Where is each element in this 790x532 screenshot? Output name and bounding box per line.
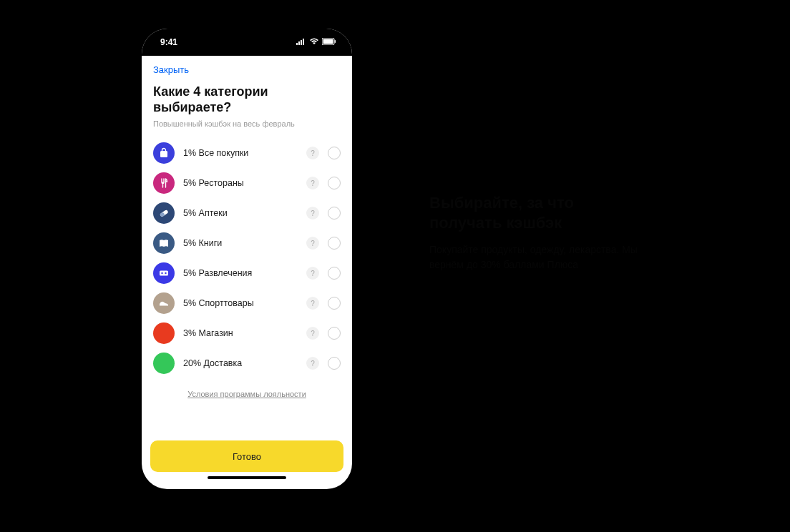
fork-icon: [153, 172, 175, 194]
category-label: 5% Аптеки: [183, 208, 298, 218]
svg-rect-1: [298, 41, 300, 45]
phone-notch: [197, 29, 297, 49]
category-radio[interactable]: [328, 357, 341, 370]
terms-link[interactable]: Условия программы лояльности: [187, 390, 306, 398]
category-radio[interactable]: [328, 207, 341, 220]
bag-icon: [153, 142, 175, 164]
phone-screen: 9:41 Закрыть Какие 4 категории выбираете…: [142, 29, 352, 489]
category-item[interactable]: 1% Все покупки?: [153, 138, 341, 168]
category-item[interactable]: 5% Рестораны?: [153, 168, 341, 198]
signal-icon: [296, 37, 306, 47]
help-icon[interactable]: ?: [306, 327, 319, 340]
none-icon: [153, 322, 175, 344]
svg-rect-7: [160, 151, 167, 157]
svg-rect-10: [160, 271, 168, 276]
status-time: 9:41: [160, 37, 177, 47]
svg-rect-0: [296, 43, 298, 45]
category-label: 20% Доставка: [183, 358, 298, 368]
svg-point-12: [165, 272, 166, 274]
category-label: 5% Спорттовары: [183, 298, 298, 308]
category-radio[interactable]: [328, 327, 341, 340]
svg-rect-3: [303, 39, 304, 45]
help-icon[interactable]: ?: [306, 237, 319, 250]
pill-icon: [153, 202, 175, 224]
category-label: 5% Рестораны: [183, 178, 298, 188]
svg-rect-6: [335, 40, 336, 43]
help-icon[interactable]: ?: [306, 357, 319, 370]
help-icon[interactable]: ?: [306, 297, 319, 310]
promo-block: Выбирайте, за что получать кэшбэк Покупа…: [429, 193, 644, 272]
battery-icon: [322, 37, 336, 47]
category-item[interactable]: 5% Книги?: [153, 228, 341, 258]
promo-heading: Выбирайте, за что получать кэшбэк: [429, 193, 644, 232]
help-icon[interactable]: ?: [306, 267, 319, 280]
footer: Готово: [142, 440, 352, 489]
category-item[interactable]: 20% Доставка?: [153, 348, 341, 378]
category-radio[interactable]: [328, 297, 341, 310]
help-icon[interactable]: ?: [306, 147, 319, 159]
category-label: 1% Все покупки: [183, 148, 298, 158]
svg-point-11: [161, 272, 162, 274]
category-label: 3% Магазин: [183, 328, 298, 338]
category-label: 5% Книги: [183, 238, 298, 248]
category-radio[interactable]: [328, 177, 341, 189]
category-item[interactable]: 5% Развлечения?: [153, 258, 341, 288]
close-button[interactable]: Закрыть: [153, 64, 189, 75]
page-title: Какие 4 категории выбираете?: [153, 84, 341, 115]
terms-row: Условия программы лояльности: [153, 387, 341, 400]
done-button[interactable]: Готово: [150, 440, 343, 472]
category-radio[interactable]: [328, 147, 341, 159]
ticket-icon: [153, 262, 175, 284]
promo-body: Покупайте продукты, одежду, лекарства. М…: [429, 242, 644, 272]
category-item[interactable]: 3% Магазин?: [153, 318, 341, 348]
home-indicator: [208, 476, 286, 479]
help-icon[interactable]: ?: [306, 207, 319, 220]
category-list: 1% Все покупки?5% Рестораны?5% Аптеки?5%…: [153, 138, 341, 378]
category-radio[interactable]: [328, 237, 341, 250]
page-subtitle: Повышенный кэшбэк на весь февраль: [153, 119, 341, 128]
category-radio[interactable]: [328, 267, 341, 280]
status-right: [296, 37, 336, 47]
help-icon[interactable]: ?: [306, 177, 319, 189]
svg-rect-2: [301, 40, 302, 45]
category-item[interactable]: 5% Спорттовары?: [153, 288, 341, 318]
main-content: Какие 4 категории выбираете? Повышенный …: [142, 79, 352, 440]
shoe-icon: [153, 292, 175, 314]
none-icon: [153, 353, 175, 374]
svg-rect-5: [323, 39, 333, 44]
category-label: 5% Развлечения: [183, 268, 298, 278]
phone-frame: 9:41 Закрыть Какие 4 категории выбираете…: [136, 23, 358, 495]
category-item[interactable]: 5% Аптеки?: [153, 198, 341, 228]
nav-bar: Закрыть: [142, 56, 352, 79]
wifi-icon: [309, 37, 319, 47]
book-icon: [153, 232, 175, 254]
